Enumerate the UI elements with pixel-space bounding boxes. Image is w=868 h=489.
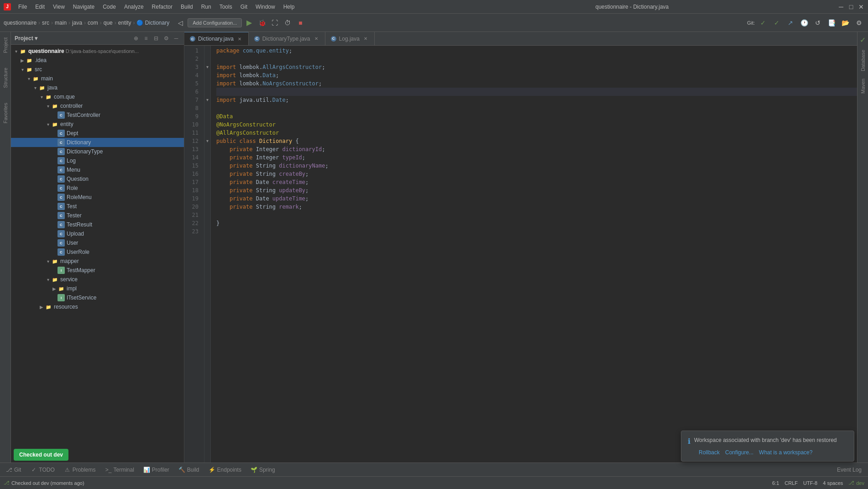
settings-icon[interactable]: ⚙ bbox=[853, 17, 864, 28]
tree-dept[interactable]: ▶ C Dept bbox=[11, 129, 184, 138]
run-button[interactable]: ▶ bbox=[244, 17, 255, 28]
code-editor[interactable]: 1 2 3 4 5 6 7 8 9 10 11 12 13 14 15 16 1 bbox=[184, 46, 857, 463]
tree-comque[interactable]: ▾ 📁 com.que bbox=[11, 92, 184, 101]
tree-resources[interactable]: ▶ 📁 resources bbox=[11, 302, 184, 311]
bottom-tab-problems[interactable]: ⚠ Problems bbox=[60, 463, 100, 477]
menu-edit[interactable]: Edit bbox=[31, 3, 48, 11]
tree-test[interactable]: ▶ C Test bbox=[11, 202, 184, 211]
panel-close-icon[interactable]: ─ bbox=[172, 34, 180, 42]
favorites-side-tab[interactable]: Favorites bbox=[1, 99, 10, 127]
structure-side-tab[interactable]: Structure bbox=[1, 64, 10, 92]
tree-rolemenu[interactable]: ▶ C RoleMenu bbox=[11, 193, 184, 202]
add-configuration-button[interactable]: Add Configuration... bbox=[188, 18, 242, 27]
menu-git[interactable]: Git bbox=[237, 3, 251, 11]
close-button[interactable]: ✕ bbox=[858, 4, 864, 10]
menu-view[interactable]: View bbox=[49, 3, 68, 11]
bottom-tab-build[interactable]: 🔨 Build bbox=[175, 463, 204, 477]
tree-question[interactable]: ▶ C Question bbox=[11, 174, 184, 184]
cursor-position[interactable]: 6:1 bbox=[772, 480, 779, 486]
tree-controller[interactable]: ▾ 📁 controller bbox=[11, 101, 184, 110]
tree-testcontroller[interactable]: ▶ C TestController bbox=[11, 110, 184, 120]
menu-tools[interactable]: Tools bbox=[216, 3, 236, 11]
tree-testresult[interactable]: ▶ C TestResult bbox=[11, 220, 184, 229]
undo-icon[interactable]: ↺ bbox=[812, 17, 823, 28]
breadcrumb-que[interactable]: que bbox=[104, 20, 113, 26]
breadcrumb-src[interactable]: src bbox=[42, 20, 49, 26]
tab-dictionary[interactable]: C Dictionary.java ✕ bbox=[184, 32, 249, 45]
configure-link[interactable]: Configure... bbox=[725, 449, 753, 456]
tree-log[interactable]: ▶ C Log bbox=[11, 156, 184, 165]
tab-dictionary-close[interactable]: ✕ bbox=[236, 36, 243, 42]
tree-dictionarytype[interactable]: ▶ C DictionaryType bbox=[11, 147, 184, 156]
breadcrumb-com[interactable]: com bbox=[88, 20, 98, 26]
bookmark-icon[interactable]: 📑 bbox=[826, 17, 837, 28]
tab-log-close[interactable]: ✕ bbox=[362, 36, 369, 42]
breadcrumb-file[interactable]: 🔵 Dictionary bbox=[136, 20, 169, 26]
menu-window[interactable]: Window bbox=[252, 3, 279, 11]
git-push-icon[interactable]: ↗ bbox=[785, 17, 796, 28]
menu-refactor[interactable]: Refactor bbox=[148, 3, 176, 11]
tree-service[interactable]: ▾ 📁 service bbox=[11, 275, 184, 284]
tree-entity[interactable]: ▾ 📁 entity bbox=[11, 120, 184, 129]
menu-code[interactable]: Code bbox=[99, 3, 120, 11]
menu-build[interactable]: Build bbox=[177, 3, 197, 11]
bottom-tab-git[interactable]: ⎇ Git bbox=[2, 463, 26, 477]
gutter-12[interactable]: ▾ bbox=[204, 137, 210, 145]
back-nav-icon[interactable]: ◁ bbox=[175, 17, 186, 28]
menu-file[interactable]: File bbox=[15, 3, 31, 11]
breadcrumb-project[interactable]: questionnaire bbox=[4, 20, 37, 26]
tree-java[interactable]: ▾ 📁 java bbox=[11, 83, 184, 92]
gutter-7[interactable]: ▾ bbox=[204, 96, 210, 104]
code-content[interactable]: package com.que.entity; import lombok.Al… bbox=[211, 46, 857, 463]
tree-dictionary[interactable]: ▶ C Dictionary bbox=[11, 138, 184, 147]
tree-upload[interactable]: ▶ C Upload bbox=[11, 229, 184, 238]
menu-analyze[interactable]: Analyze bbox=[120, 3, 147, 11]
tab-dictionarytype-close[interactable]: ✕ bbox=[313, 36, 319, 42]
tab-log[interactable]: C Log.java ✕ bbox=[325, 32, 375, 45]
coverage-button[interactable]: ⛶ bbox=[269, 17, 280, 28]
recent-files-icon[interactable]: 📂 bbox=[840, 17, 851, 28]
breadcrumb-entity[interactable]: entity bbox=[118, 20, 131, 26]
menu-run[interactable]: Run bbox=[198, 3, 215, 11]
panel-settings-icon[interactable]: ⚙ bbox=[162, 34, 170, 42]
menu-help[interactable]: Help bbox=[280, 3, 298, 11]
bottom-tab-todo[interactable]: ✓ TODO bbox=[26, 463, 59, 477]
bottom-tab-profiler[interactable]: 📊 Profiler bbox=[140, 463, 174, 477]
panel-collapse-icon[interactable]: ⊟ bbox=[152, 34, 160, 42]
git-update-icon[interactable]: ✓ bbox=[758, 17, 769, 28]
git-commit-icon[interactable]: ✓ bbox=[771, 17, 782, 28]
bottom-tab-terminal[interactable]: >_ Terminal bbox=[101, 463, 138, 477]
tree-main[interactable]: ▾ 📁 main bbox=[11, 74, 184, 83]
bottom-tab-spring[interactable]: 🌱 Spring bbox=[247, 463, 280, 477]
tab-dictionarytype[interactable]: C DictionaryType.java ✕ bbox=[249, 32, 325, 45]
profile-button[interactable]: ⏱ bbox=[282, 17, 293, 28]
debug-button[interactable]: 🐞 bbox=[256, 17, 267, 28]
panel-locate-icon[interactable]: ⊕ bbox=[132, 34, 140, 42]
bottom-tab-eventlog[interactable]: Event Log bbox=[832, 463, 866, 477]
maximize-button[interactable]: □ bbox=[848, 4, 854, 10]
tree-testmapper[interactable]: ▶ I TestMapper bbox=[11, 266, 184, 275]
database-side-tab[interactable]: Database bbox=[858, 46, 868, 75]
stop-button[interactable]: ■ bbox=[295, 17, 306, 28]
tree-root[interactable]: ▾ 📁 questionnaire D:\java-baties-space\q… bbox=[11, 47, 184, 56]
tree-user[interactable]: ▶ C User bbox=[11, 238, 184, 247]
tree-role[interactable]: ▶ C Role bbox=[11, 184, 184, 193]
minimize-button[interactable]: ─ bbox=[838, 4, 844, 10]
what-is-workspace-link[interactable]: What is a workspace? bbox=[759, 449, 812, 456]
breadcrumb-main[interactable]: main bbox=[55, 20, 67, 26]
panel-expand-icon[interactable]: ≡ bbox=[142, 34, 150, 42]
tree-tester[interactable]: ▶ C Tester bbox=[11, 211, 184, 220]
tree-src[interactable]: ▾ 📁 src bbox=[11, 65, 184, 74]
menu-navigate[interactable]: Navigate bbox=[69, 3, 98, 11]
project-side-tab[interactable]: Project bbox=[1, 34, 10, 57]
bottom-tab-endpoints[interactable]: ⚡ Endpoints bbox=[205, 463, 246, 477]
breadcrumb-java[interactable]: java bbox=[72, 20, 82, 26]
maven-side-tab[interactable]: Maven bbox=[858, 75, 868, 97]
gutter-1[interactable] bbox=[204, 47, 210, 55]
tree-mapper[interactable]: ▾ 📁 mapper bbox=[11, 257, 184, 266]
git-history-icon[interactable]: 🕐 bbox=[799, 17, 810, 28]
tree-userrole[interactable]: ▶ C UserRole bbox=[11, 247, 184, 257]
branch-label[interactable]: ⎇ dev bbox=[848, 480, 864, 486]
tree-menu[interactable]: ▶ C Menu bbox=[11, 165, 184, 174]
tree-idea[interactable]: ▶ 📁 .idea bbox=[11, 56, 184, 65]
